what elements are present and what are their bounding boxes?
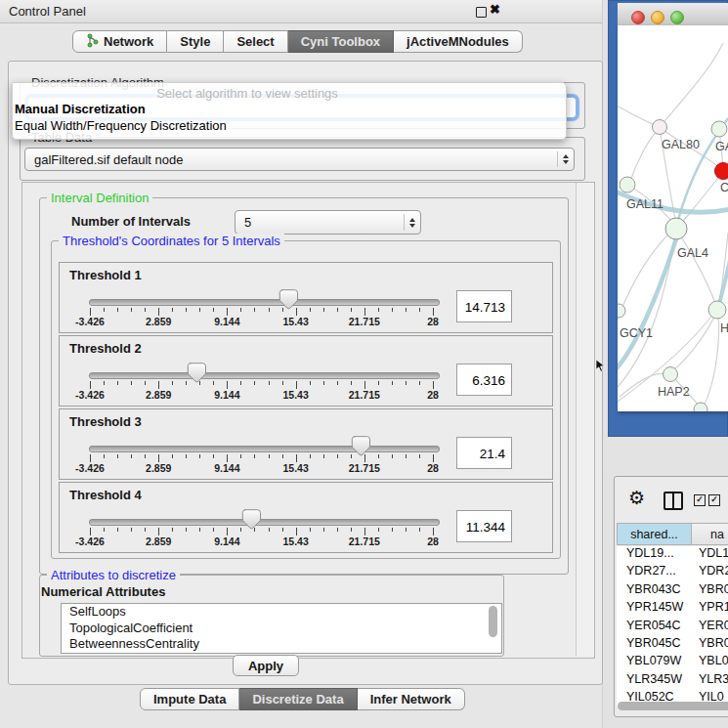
popup-option-manual-discretization[interactable]: Manual Discretization (15, 102, 146, 116)
close-traffic-light-icon[interactable] (631, 11, 645, 24)
network-node-hap2[interactable] (664, 367, 678, 382)
list-scrollbar-thumb[interactable] (489, 606, 497, 637)
slider-tick (104, 528, 105, 532)
slider-tick (104, 454, 105, 458)
slider-tick (213, 528, 214, 532)
popup-option-equal-width-frequency[interactable]: Equal Width/Frequency Discretization (15, 118, 227, 133)
cell-name[interactable]: YDR2 (692, 564, 728, 581)
combobox-arrows-icon[interactable] (557, 151, 574, 166)
float-window-icon[interactable] (476, 7, 487, 18)
slider-tick (213, 454, 214, 458)
threshold-value-field[interactable]: 14.713 (456, 290, 512, 322)
cell-name[interactable]: YDL1 (692, 546, 728, 564)
slider-track[interactable] (89, 299, 440, 306)
slider-tick (310, 528, 311, 532)
slider-tick (310, 381, 311, 385)
table-row[interactable]: YBL079WYBL0 (617, 654, 728, 671)
slider-tick-label: 28 (402, 535, 464, 547)
slider-tick (186, 308, 187, 312)
checkbox-icon[interactable]: ✓ (694, 494, 706, 506)
tab-impute-data[interactable]: Impute Data (140, 688, 239, 710)
cell-shared-name[interactable]: YDR27... (617, 564, 692, 581)
slider-tick (172, 528, 173, 532)
slider-tick (240, 381, 241, 385)
gear-icon[interactable]: ⚙ (628, 487, 645, 509)
table-data-combobox[interactable]: galFiltered.sif default node (24, 148, 575, 171)
apply-button[interactable]: Apply (233, 655, 299, 676)
column-header-shared[interactable]: shared... (617, 523, 692, 545)
attribute-list-item[interactable]: TopologicalCoefficient (62, 621, 501, 637)
tab-network[interactable]: Network (72, 30, 167, 53)
numerical-attributes-list[interactable]: SelfLoopsTopologicalCoefficientBetweenne… (61, 603, 502, 654)
slider-thumb[interactable] (241, 509, 261, 534)
threshold-value-field[interactable]: 6.316 (456, 364, 512, 396)
table-panel-strip: Table Panel (603, 437, 728, 476)
cell-name[interactable]: YBR0 (692, 582, 728, 600)
network-node-ga[interactable] (711, 121, 727, 137)
spinner-arrows-icon[interactable] (404, 214, 420, 230)
network-node-gal80[interactable] (653, 120, 667, 135)
slider-tick (227, 454, 228, 462)
table-row[interactable]: YER054CYER0 (617, 619, 728, 636)
network-node-gcy1[interactable] (618, 304, 625, 318)
slider-thumb[interactable] (351, 436, 370, 460)
threshold-value-field[interactable]: 21.4 (456, 437, 512, 469)
network-canvas[interactable]: GAL80GACGAL11GAL4GCY1HHAP2 (618, 25, 728, 411)
slider-tick (419, 381, 420, 385)
cell-name[interactable]: YPR1 (692, 600, 728, 618)
number-of-intervals-spinner[interactable]: 5 (235, 210, 421, 235)
network-node-gal11[interactable] (620, 177, 635, 193)
network-node-h[interactable] (708, 301, 726, 319)
minimize-traffic-light-icon[interactable] (651, 11, 664, 24)
cell-name[interactable]: YLR3 (692, 672, 728, 690)
slider-track[interactable] (89, 519, 440, 526)
split-columns-icon[interactable] (664, 492, 683, 510)
tab-discretize-data[interactable]: Discretize Data (239, 688, 357, 710)
threshold-panel-3: Threshold 3-3.4262.8599.14415.4321.71528… (59, 408, 553, 480)
column-header-na[interactable]: na (692, 523, 728, 545)
slider-tick (254, 454, 255, 458)
tab-select[interactable]: Select (224, 30, 287, 53)
slider-tick-label: 15.43 (265, 535, 327, 547)
table-row[interactable]: YBR045CYBR0 (617, 636, 728, 654)
cell-shared-name[interactable]: YBL079W (617, 654, 692, 671)
slider-thumb[interactable] (187, 363, 206, 387)
cell-shared-name[interactable]: YPR145W (617, 600, 692, 618)
zoom-traffic-light-icon[interactable] (670, 11, 684, 24)
cell-shared-name[interactable]: YER054C (617, 619, 692, 636)
cell-shared-name[interactable]: YLR345W (617, 672, 692, 690)
table-row[interactable]: YDL19...YDL1 (617, 546, 728, 564)
tab-style[interactable]: Style (167, 30, 224, 53)
table-row[interactable]: YPR145WYPR1 (617, 600, 728, 618)
tab-infer-network[interactable]: Infer Network (358, 688, 465, 710)
cell-name[interactable]: YER0 (692, 619, 728, 636)
cell-name[interactable]: YBL0 (692, 654, 728, 671)
checkbox-icon[interactable]: ✓ (708, 494, 720, 506)
close-icon[interactable]: ✖ (490, 2, 500, 17)
threshold-value-field[interactable]: 11.344 (456, 510, 512, 542)
cell-shared-name[interactable]: YBR043C (617, 582, 692, 600)
network-node-c[interactable] (715, 163, 728, 180)
horizontal-scrollbar-thumb[interactable] (618, 702, 728, 710)
network-node[interactable] (694, 403, 707, 411)
cell-name[interactable]: YBR0 (692, 636, 728, 654)
slider-tick (172, 381, 173, 385)
cell-shared-name[interactable]: YDL19... (617, 546, 692, 564)
table-row[interactable]: YBR043CYBR0 (617, 582, 728, 600)
attribute-list-item[interactable]: BetweennessCentrality (62, 636, 501, 653)
tab-jactivemnodules[interactable]: jActiveMNodules (394, 30, 523, 53)
cell-shared-name[interactable]: YBR045C (617, 636, 692, 654)
slider-track[interactable] (89, 372, 440, 379)
spinner-value: 5 (236, 215, 404, 230)
slider-thumb[interactable] (278, 289, 298, 314)
network-node-label: H (720, 321, 728, 335)
attribute-list-item[interactable]: SelfLoops (62, 604, 501, 621)
vertical-scrollbar[interactable] (576, 183, 594, 656)
slider-track[interactable] (89, 446, 440, 452)
table-row[interactable]: YDR27...YDR2 (617, 564, 728, 581)
slider-tick-label: 2.859 (127, 535, 190, 547)
network-node-gal4[interactable] (665, 218, 687, 239)
slider-tick (186, 454, 187, 458)
tab-cyni-toolbox[interactable]: Cyni Toolbox (288, 30, 394, 53)
table-row[interactable]: YLR345WYLR3 (617, 672, 728, 690)
